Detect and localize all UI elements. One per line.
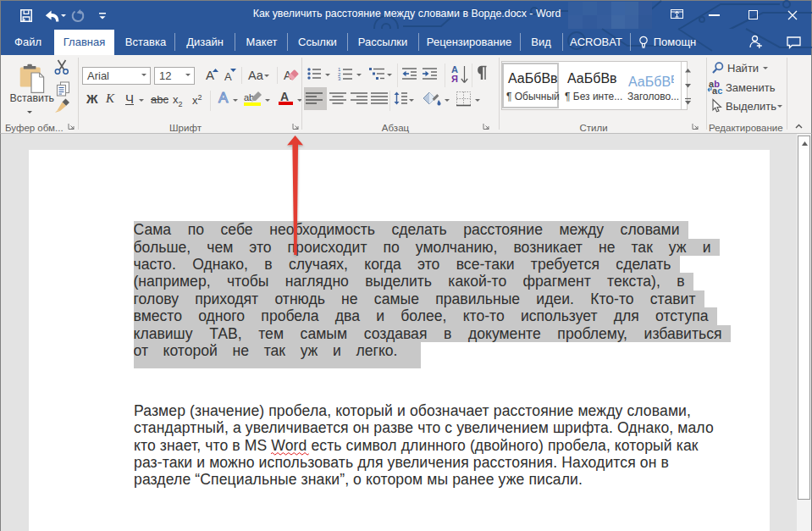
svg-text:3: 3 bbox=[338, 76, 341, 81]
